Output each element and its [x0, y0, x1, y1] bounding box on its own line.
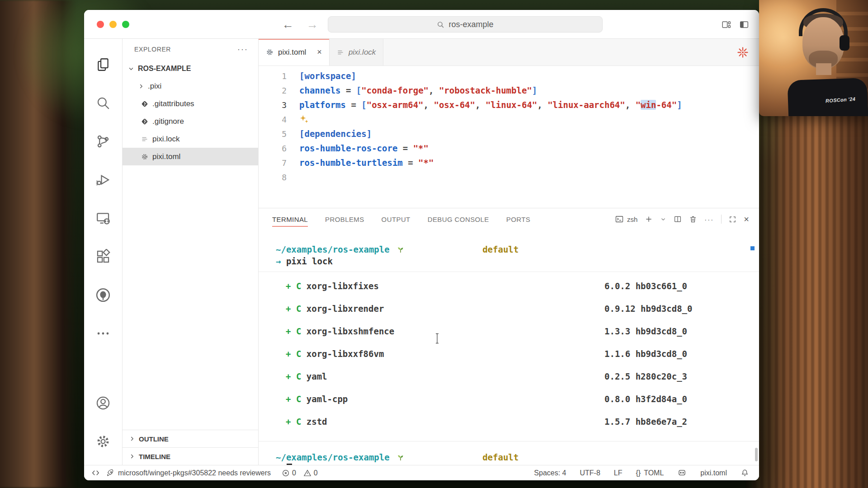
shell-selector[interactable]: zsh — [615, 215, 637, 224]
notifications-bell-icon[interactable] — [741, 469, 749, 477]
encoding-status[interactable]: UTF-8 — [580, 469, 600, 477]
remote-indicator[interactable] — [91, 469, 100, 477]
close-tab-icon[interactable]: × — [317, 47, 322, 57]
package-version: 6.0.2 hb03c661_0 — [604, 281, 687, 291]
package-version: 1.1.6 hb9d3cd8_0 — [604, 349, 687, 359]
timeline-section[interactable]: TIMELINE — [123, 447, 258, 465]
maximize-window-button[interactable] — [122, 21, 129, 28]
package-name: xorg-libxshmfence — [301, 326, 394, 336]
terminal-output[interactable]: ~/examples/ros-example default → pixi lo… — [259, 230, 759, 465]
customize-layout-icon[interactable] — [722, 20, 731, 29]
terminal-scrollbar[interactable] — [755, 448, 758, 461]
explorer-sidebar: EXPLORER ··· ROS-EXAMPLE .pixi — [123, 39, 259, 465]
lockfile-list-icon — [141, 136, 149, 143]
headphone-earcup — [840, 35, 849, 51]
terminal-annotation-marker — [750, 246, 755, 250]
webcam-overlay: ROSCon '24 — [759, 0, 868, 116]
outline-section[interactable]: OUTLINE — [123, 430, 258, 447]
package-name: yaml — [301, 371, 327, 381]
minimize-window-button[interactable] — [109, 21, 117, 28]
tab-pixi-toml[interactable]: pixi.toml × — [259, 39, 330, 66]
explorer-more-actions-icon[interactable]: ··· — [237, 45, 248, 54]
package-row: + C zstd 1.5.7 hb8e6e7a_2 — [286, 410, 759, 433]
indentation-status[interactable]: Spaces: 4 — [534, 469, 566, 477]
activity-remote-explorer-icon[interactable] — [84, 199, 122, 237]
maximize-panel-icon[interactable] — [729, 216, 736, 223]
package-row: + C xorg-libxfixes 6.0.2 hb03c661_0 — [286, 275, 759, 297]
copilot-icon[interactable] — [677, 468, 687, 478]
activity-extensions-icon[interactable] — [84, 237, 122, 276]
activity-github-icon[interactable] — [84, 276, 122, 314]
line-number: 5 — [259, 129, 299, 139]
split-terminal-icon[interactable] — [674, 215, 682, 223]
terminal-prompt-icon — [615, 215, 624, 224]
command-center-search[interactable]: ros-example — [328, 16, 603, 33]
tab-pixi-lock[interactable]: pixi.lock — [330, 39, 383, 66]
person-shirt — [787, 78, 868, 116]
line-number: 1 — [259, 71, 299, 81]
package-list: + C xorg-libxfixes 6.0.2 hb03c661_0 + C … — [259, 272, 759, 441]
tree-root-ros-example[interactable]: ROS-EXAMPLE — [123, 60, 258, 77]
activity-run-debug-icon[interactable] — [84, 160, 122, 199]
tree-item-pixi-lock[interactable]: pixi.lock — [123, 130, 258, 148]
search-value: ros-example — [448, 20, 493, 29]
account-icon[interactable] — [84, 384, 122, 422]
errors-status[interactable]: 0 — [282, 469, 296, 477]
code-line: 6ros-humble-ros-core = "*" — [259, 141, 759, 155]
package-row: + C xorg-libxshmfence 1.3.3 hb9d3cd8_0 — [286, 320, 759, 343]
activity-explorer-icon[interactable] — [84, 45, 122, 84]
kill-terminal-trash-icon[interactable] — [689, 215, 697, 223]
package-row: + C xorg-libxxf86vm 1.1.6 hb9d3cd8_0 — [286, 343, 759, 365]
panel-tab-debug-console[interactable]: DEBUG CONSOLE — [428, 208, 489, 230]
eol-status[interactable]: LF — [614, 469, 623, 477]
line-number: 6 — [259, 144, 299, 153]
tree-item-gitattributes[interactable]: .gitattributes — [123, 95, 258, 113]
background-tree-trunk — [746, 86, 868, 488]
divider — [721, 215, 722, 224]
more-actions-icon[interactable]: ··· — [704, 216, 714, 223]
chevron-right-icon — [138, 83, 144, 89]
code-line: 8 — [259, 170, 759, 184]
tree-item-gitignore[interactable]: .gitignore — [123, 113, 258, 130]
line-number: 8 — [259, 173, 299, 182]
formatter-status[interactable]: pixi.toml — [700, 469, 727, 477]
panel-tab-terminal[interactable]: TERMINAL — [272, 208, 308, 230]
terminal-prompt-line: ~/examples/ros-example default — [276, 451, 759, 463]
new-terminal-icon[interactable] — [645, 215, 653, 223]
panel-tab-output[interactable]: OUTPUT — [382, 208, 410, 230]
terminal-input-line[interactable]: → — [269, 463, 759, 465]
activity-search-icon[interactable] — [84, 84, 122, 122]
navigate-back-button[interactable]: ← — [282, 18, 294, 32]
starburst-extension-icon[interactable] — [736, 46, 749, 59]
package-row: + C yaml 0.2.5 h280c20c_3 — [286, 365, 759, 388]
language-label: TOML — [644, 469, 664, 477]
title-bar: ← → ros-example — [84, 10, 759, 39]
chevron-down-icon[interactable] — [660, 216, 666, 222]
code-editor[interactable]: 1[workspace] 2channels = ["conda-forge",… — [259, 66, 759, 208]
window-controls — [97, 21, 129, 28]
text-cursor-icon — [435, 333, 439, 344]
activity-source-control-icon[interactable] — [84, 122, 122, 160]
language-mode-status[interactable]: {} TOML — [636, 469, 664, 477]
panel-tab-problems[interactable]: PROBLEMS — [325, 208, 364, 230]
package-version: 1.3.3 hb9d3cd8_0 — [604, 326, 687, 336]
navigate-forward-button[interactable]: → — [307, 18, 318, 32]
vscode-window: ← → ros-example — [84, 10, 759, 480]
close-window-button[interactable] — [97, 21, 104, 28]
person-neck — [816, 63, 831, 75]
settings-gear-icon[interactable] — [84, 422, 122, 460]
terminal-prompt-line: ~/examples/ros-example default — [276, 244, 759, 255]
package-row: + C yaml-cpp 0.8.0 h3f2d84a_0 — [286, 388, 759, 410]
warnings-status[interactable]: 0 — [303, 469, 318, 477]
line-number: 2 — [259, 86, 299, 95]
activity-bar — [84, 39, 123, 465]
tree-item-pixi-toml[interactable]: pixi.toml — [123, 148, 258, 165]
tree-item-pixi-folder[interactable]: .pixi — [123, 77, 258, 95]
editor-tab-bar: pixi.toml × pixi.lock — [259, 39, 759, 66]
panel-tab-ports[interactable]: PORTS — [506, 208, 530, 230]
close-panel-icon[interactable]: × — [744, 214, 749, 225]
toggle-sidebar-icon[interactable] — [739, 20, 749, 29]
git-file-icon — [141, 118, 149, 125]
task-status[interactable]: microsoft/winget-pkgs#305822 needs revie… — [106, 469, 271, 477]
activity-more-icon[interactable] — [84, 314, 122, 352]
